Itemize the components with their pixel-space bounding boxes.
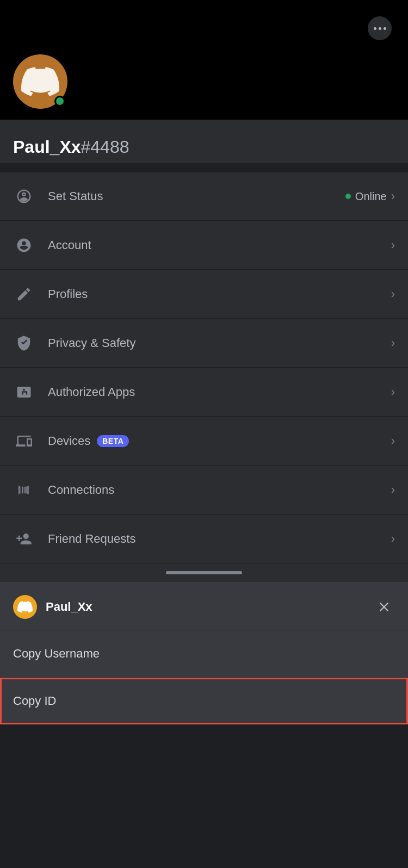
devices-label: Devices BETA bbox=[48, 434, 391, 448]
avatar-wrapper bbox=[13, 54, 67, 109]
close-icon bbox=[376, 599, 392, 615]
discord-icon bbox=[17, 599, 33, 615]
banner bbox=[0, 0, 408, 120]
privacy-safety-label: Privacy & Safety bbox=[48, 336, 391, 350]
profile-username: Paul_Xx#4488 bbox=[0, 137, 408, 157]
more-options-button[interactable] bbox=[368, 16, 392, 40]
sidebar-item-set-status[interactable]: Set Status Online › bbox=[0, 172, 408, 221]
account-label: Account bbox=[48, 238, 391, 252]
profile-bottom: Paul_Xx#4488 bbox=[0, 120, 408, 163]
online-dot bbox=[345, 194, 351, 199]
connections-icon bbox=[13, 479, 35, 501]
bottom-sheet-username: Paul_Xx bbox=[46, 600, 373, 614]
chevron-right-icon: › bbox=[391, 336, 395, 350]
sidebar-item-profiles[interactable]: Profiles › bbox=[0, 270, 408, 319]
devices-right: › bbox=[391, 434, 395, 448]
chevron-right-icon: › bbox=[391, 385, 395, 399]
sidebar-item-account[interactable]: Account › bbox=[0, 221, 408, 270]
friend-requests-right: › bbox=[391, 532, 395, 546]
three-dots-icon bbox=[374, 27, 386, 30]
close-button[interactable] bbox=[373, 596, 395, 618]
chevron-right-icon: › bbox=[391, 238, 395, 252]
sidebar-item-devices[interactable]: Devices BETA › bbox=[0, 417, 408, 466]
chevron-right-icon: › bbox=[391, 532, 395, 546]
home-indicator bbox=[0, 563, 408, 582]
account-right: › bbox=[391, 238, 395, 252]
bottom-sheet: Paul_Xx Copy Username Copy ID bbox=[0, 582, 408, 724]
sidebar-item-connections[interactable]: Connections › bbox=[0, 466, 408, 514]
account-icon bbox=[13, 234, 35, 256]
authorized-apps-icon bbox=[13, 381, 35, 403]
set-status-label: Set Status bbox=[48, 189, 345, 203]
chevron-right-icon: › bbox=[391, 287, 395, 301]
bottom-sheet-avatar bbox=[13, 595, 37, 619]
user-status-icon bbox=[13, 185, 35, 207]
chevron-right-icon: › bbox=[391, 483, 395, 497]
authorized-apps-label: Authorized Apps bbox=[48, 385, 391, 399]
profile-discriminator: #4488 bbox=[81, 137, 129, 157]
copy-id-button[interactable]: Copy ID bbox=[0, 678, 408, 724]
beta-badge: BETA bbox=[97, 435, 129, 447]
sidebar-item-authorized-apps[interactable]: Authorized Apps › bbox=[0, 368, 408, 417]
connections-right: › bbox=[391, 483, 395, 497]
privacy-safety-right: › bbox=[391, 336, 395, 350]
sidebar-item-privacy-safety[interactable]: Privacy & Safety › bbox=[0, 319, 408, 368]
online-status-dot bbox=[54, 96, 65, 107]
friend-requests-label: Friend Requests bbox=[48, 532, 391, 546]
profiles-label: Profiles bbox=[48, 287, 391, 301]
friend-requests-icon bbox=[13, 528, 35, 550]
connections-label: Connections bbox=[48, 483, 391, 497]
profiles-right: › bbox=[391, 287, 395, 301]
shield-icon bbox=[13, 332, 35, 354]
chevron-right-icon: › bbox=[391, 189, 395, 203]
bottom-sheet-header: Paul_Xx bbox=[0, 582, 408, 630]
menu-list: Set Status Online › Account › Profiles ›… bbox=[0, 172, 408, 563]
status-text: Online bbox=[355, 190, 387, 203]
discord-logo-icon bbox=[21, 63, 59, 101]
authorized-apps-right: › bbox=[391, 385, 395, 399]
set-status-right: Online › bbox=[345, 189, 395, 203]
avatar-section bbox=[0, 54, 81, 109]
copy-username-button[interactable]: Copy Username bbox=[0, 630, 408, 678]
devices-icon bbox=[13, 430, 35, 452]
chevron-right-icon: › bbox=[391, 434, 395, 448]
sidebar-item-friend-requests[interactable]: Friend Requests › bbox=[0, 514, 408, 563]
profiles-icon bbox=[13, 283, 35, 305]
home-bar bbox=[166, 571, 242, 574]
